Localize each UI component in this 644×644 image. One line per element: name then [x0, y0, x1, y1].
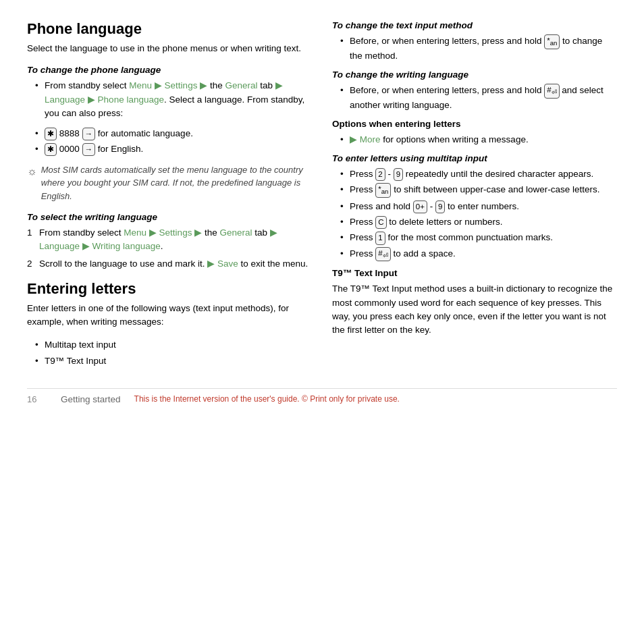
multitap-item5: Press 1 for the most common punctuation … [340, 231, 617, 244]
shortcut-auto: ✱ 8888 → for automatic language. [35, 127, 312, 140]
change-phone-lang-list: From standby select Menu ▶ Settings ▶ th… [27, 79, 312, 120]
general-label: General [225, 80, 257, 90]
phone-language-title: Phone language [27, 20, 312, 38]
multitap-item4: Press C to delete letters or numbers. [340, 215, 617, 229]
method-t9: T9™ Text Input [35, 354, 312, 368]
select-writing-lang-heading: To select the writing language [27, 212, 312, 222]
writing-lang-step2: 2 Scroll to the language to use and mark… [27, 257, 312, 271]
writing-lang-steps: 1 From standby select Menu ▶ Settings ▶ … [27, 226, 312, 271]
menu-label: Menu [129, 80, 152, 90]
change-writing-lang-heading: To change the writing language [332, 70, 617, 80]
change-phone-lang-heading: To change the phone language [27, 65, 312, 75]
options-entering-letters-section: Options when entering letters ▶ More for… [332, 119, 617, 146]
options-heading: Options when entering letters [332, 119, 617, 129]
change-phone-lang-item1: From standby select Menu ▶ Settings ▶ th… [35, 79, 312, 120]
change-input-method-heading: To change the text input method [332, 20, 617, 30]
right-column: To change the text input method Before, … [332, 20, 617, 375]
writing-language: Writing language [92, 241, 161, 251]
key-1: 1 [375, 232, 385, 244]
key-0plus: 0+ [413, 200, 427, 213]
text-input-methods-list: Multitap text input T9™ Text Input [27, 338, 312, 368]
phone-language-label: Phone language [98, 95, 164, 105]
key-c: C [375, 216, 386, 229]
multitap-item1: Press 2 - 9 repeatedly until the desired… [340, 167, 617, 181]
multitap-list: Press 2 - 9 repeatedly until the desired… [332, 167, 617, 261]
multitap-item3: Press and hold 0+ - 9 to enter numbers. [340, 200, 617, 213]
language-label: Language [45, 95, 85, 105]
shortcut-english: ✱ 0000 → for English. [35, 142, 312, 156]
menu2: Menu [124, 227, 146, 238]
step1-num: 1 [27, 226, 32, 240]
key-arrow-en: → [82, 143, 96, 156]
writing-lang-step1: 1 From standby select Menu ▶ Settings ▶ … [27, 226, 312, 254]
t9-body: The T9™ Text Input method uses a built-i… [332, 282, 617, 337]
t9-section: T9™ Text Input The T9™ Text Input method… [332, 268, 617, 337]
more-label: More [360, 134, 381, 144]
footer: 16 Getting started This is the Internet … [27, 388, 617, 404]
general2: General [219, 227, 252, 238]
multitap-item2: Press *an to shift between upper-case an… [340, 183, 617, 198]
page-number: 16 [27, 394, 47, 404]
change-writing-lang-section: To change the writing language Before, o… [332, 70, 617, 112]
step2-num: 2 [27, 257, 32, 271]
multitap-section: To enter letters using multitap input Pr… [332, 153, 617, 261]
settings-label: Settings [165, 80, 198, 90]
method-multitap: Multitap text input [35, 338, 312, 352]
change-input-method-item: Before, or when entering letters, press … [340, 34, 617, 63]
save-label: Save [217, 259, 238, 269]
language2: Language [39, 241, 80, 251]
key-asterisk-method: *an [544, 34, 560, 49]
phone-lang-shortcut-list: ✱ 8888 → for automatic language. ✱ 0000 … [27, 127, 312, 157]
change-writing-lang-list: Before, or when entering letters, press … [332, 84, 617, 112]
phone-language-intro: Select the language to use in the phone … [27, 42, 312, 55]
multitap-item6: Press #⏎ to add a space. [340, 247, 617, 262]
tip-text: Most SIM cards automatically set the men… [41, 163, 312, 203]
settings2: Settings [159, 227, 192, 238]
key-9: 9 [394, 168, 403, 181]
left-column: Phone language Select the language to us… [27, 20, 312, 375]
tip-icon: ☼ [27, 163, 37, 180]
entering-letters-section: Entering letters Enter letters in one of… [27, 280, 312, 368]
footer-notice: This is the Internet version of the user… [134, 394, 400, 404]
tip-box: ☼ Most SIM cards automatically set the m… [27, 163, 312, 203]
options-item: ▶ More for options when writing a messag… [340, 133, 617, 146]
change-writing-lang-item: Before, or when entering letters, press … [340, 84, 617, 112]
key-hash-lang: #⏎ [544, 84, 559, 99]
key-star: ✱ [45, 128, 57, 140]
key-arrow-auto: → [82, 128, 96, 140]
entering-letters-intro: Enter letters in one of the following wa… [27, 302, 312, 329]
change-input-method-list: Before, or when entering letters, press … [332, 34, 617, 63]
key-9b: 9 [435, 200, 445, 213]
key-star2: ✱ [45, 143, 57, 156]
t9-heading: T9™ Text Input [332, 268, 617, 278]
section-label: Getting started [61, 394, 121, 404]
key-2: 2 [375, 168, 385, 181]
entering-letters-title: Entering letters [27, 280, 312, 298]
key-star-shift: *an [375, 183, 391, 198]
multitap-heading: To enter letters using multitap input [332, 153, 617, 163]
key-hash-space: #⏎ [375, 247, 390, 262]
options-list: ▶ More for options when writing a messag… [332, 133, 617, 146]
